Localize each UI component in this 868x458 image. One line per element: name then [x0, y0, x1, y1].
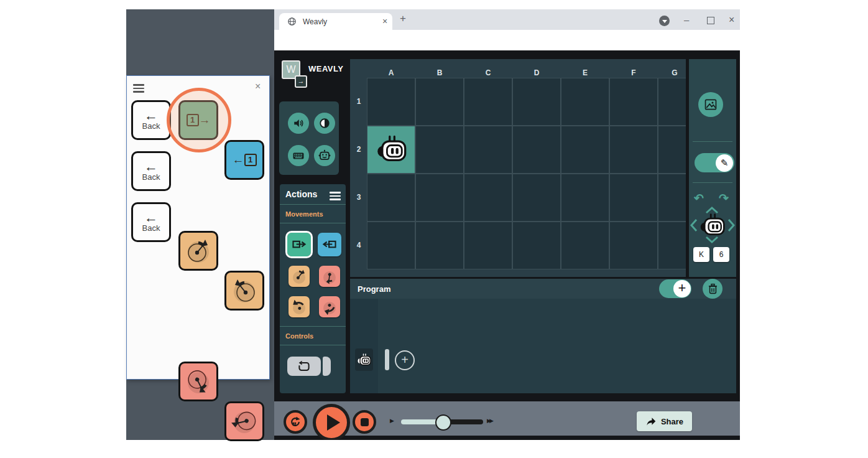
- turn-left90-icon: [291, 299, 307, 315]
- grid-cell[interactable]: [512, 174, 561, 222]
- robot-character-icon: [376, 135, 408, 164]
- speed-slider-thumb[interactable]: [435, 414, 451, 431]
- program-start-marker: [385, 349, 389, 370]
- delete-all-button[interactable]: [703, 279, 723, 299]
- character-key-k[interactable]: K: [693, 247, 709, 262]
- globe-favicon-icon: [288, 17, 296, 26]
- grid-cell[interactable]: [561, 126, 609, 174]
- flyout-close-icon[interactable]: ×: [255, 81, 261, 92]
- move-left-chevron[interactable]: [690, 218, 698, 232]
- keyboard-shortcuts-button[interactable]: [288, 145, 309, 166]
- tutorial-highlight-ring: [167, 88, 231, 152]
- grid-cell[interactable]: [367, 78, 415, 126]
- grid-cell[interactable]: [415, 78, 464, 126]
- back-arrow-icon: ←: [144, 161, 158, 172]
- turn-left45-option-button[interactable]: [178, 231, 218, 271]
- browser-update-icon[interactable]: [659, 16, 670, 26]
- share-button[interactable]: Share: [637, 411, 692, 431]
- grid-cell[interactable]: [464, 222, 512, 269]
- grid-cell[interactable]: [609, 126, 658, 174]
- backward1-option-button[interactable]: ← 1: [224, 140, 264, 180]
- share-icon: [645, 416, 657, 426]
- turn-right45-icon: [318, 265, 341, 287]
- back-arrow-icon: ←: [144, 212, 158, 223]
- robot-settings-button[interactable]: [314, 145, 335, 166]
- grid-col-header: D: [530, 68, 543, 77]
- grid-cell[interactable]: [415, 222, 464, 269]
- grid-cell[interactable]: [512, 222, 561, 269]
- turn-character-right-button[interactable]: ↷: [719, 191, 729, 205]
- grid-cell[interactable]: [609, 78, 658, 126]
- movement-turn-right45-button[interactable]: [319, 266, 340, 287]
- grid-cell[interactable]: [658, 78, 686, 126]
- window-maximize-button[interactable]: [707, 17, 714, 24]
- program-robot-button[interactable]: [355, 348, 373, 371]
- grid-cells: [367, 78, 686, 269]
- grid-row-header: 3: [353, 193, 364, 202]
- turn-right90-icon: [319, 296, 339, 317]
- add-action-pill[interactable]: +: [659, 279, 691, 298]
- grid-cell[interactable]: [561, 78, 609, 126]
- grid-cell[interactable]: [464, 126, 512, 174]
- new-tab-button[interactable]: +: [400, 12, 406, 25]
- back-button-row3[interactable]: ← Back: [131, 202, 171, 242]
- movement-forward1-button[interactable]: [287, 233, 311, 256]
- turn-right90-option-button[interactable]: [224, 401, 264, 441]
- movements-label: Movements: [285, 210, 323, 218]
- scene-background-button[interactable]: [698, 92, 723, 117]
- grid-cell[interactable]: [464, 78, 512, 126]
- program-sequence-area: +: [350, 299, 736, 393]
- movement-turn-right90-button[interactable]: [319, 296, 340, 317]
- window-close-button[interactable]: ×: [729, 14, 734, 26]
- draw-path-toggle[interactable]: ✎: [695, 153, 734, 172]
- movement-turn-left45-button[interactable]: [289, 266, 310, 287]
- movement-turn-left90-button[interactable]: [289, 296, 310, 317]
- grid-cell[interactable]: [512, 78, 561, 126]
- back-button-row1[interactable]: ← Back: [131, 100, 171, 140]
- grid-col-header: C: [482, 68, 494, 77]
- actions-menu-icon[interactable]: [330, 190, 341, 202]
- refresh-scene-button[interactable]: [284, 410, 307, 434]
- control-loop-button[interactable]: [287, 357, 321, 376]
- play-button[interactable]: [313, 404, 350, 440]
- contrast-theme-button[interactable]: [314, 113, 335, 134]
- character-key-6[interactable]: 6: [713, 247, 729, 262]
- grid-cell[interactable]: [367, 222, 415, 269]
- grid-cell[interactable]: [561, 222, 609, 269]
- back-label: Back: [142, 121, 160, 131]
- move-right-chevron[interactable]: [727, 218, 735, 232]
- grid-cell[interactable]: [367, 174, 415, 222]
- grid-cell[interactable]: [609, 174, 658, 222]
- browser-tab-strip: Weavly × + – ×: [274, 9, 740, 30]
- turn-character-left-button[interactable]: ↶: [694, 191, 704, 205]
- divider: [693, 182, 732, 183]
- add-step-button[interactable]: +: [395, 350, 415, 370]
- window-minimize-button[interactable]: –: [684, 14, 689, 25]
- grid-cell[interactable]: [658, 126, 686, 174]
- tab-close-icon[interactable]: ×: [382, 16, 387, 26]
- grid-cell[interactable]: [464, 174, 512, 222]
- grid-cell[interactable]: [415, 126, 464, 174]
- turn-right45-option-button[interactable]: [224, 271, 264, 311]
- back-button-row2[interactable]: ← Back: [131, 151, 171, 191]
- control-loop-end-piece[interactable]: [323, 357, 331, 376]
- share-label: Share: [661, 417, 683, 426]
- browser-tab[interactable]: Weavly ×: [279, 13, 392, 30]
- add-action-plus-icon[interactable]: +: [673, 280, 691, 297]
- grid-col-header: E: [579, 68, 591, 77]
- grid-cell[interactable]: [561, 174, 609, 222]
- playback-bar: ▶ ▶▶ Share: [274, 401, 740, 436]
- grid-cell[interactable]: [658, 174, 686, 222]
- grid-col-header: F: [627, 68, 640, 77]
- weavly-logo-text: WEAVLY: [308, 64, 343, 73]
- movement-backward1-button[interactable]: [318, 233, 341, 256]
- flyout-menu-icon[interactable]: [133, 82, 144, 95]
- audio-feedback-button[interactable]: [288, 113, 309, 134]
- grid-cell[interactable]: [609, 222, 658, 269]
- grid-cell[interactable]: [415, 174, 464, 222]
- grid-cell[interactable]: [512, 126, 561, 174]
- turn-left90-option-button[interactable]: [178, 362, 218, 401]
- grid-cell-robot[interactable]: [367, 126, 415, 174]
- stop-button[interactable]: [353, 410, 376, 434]
- grid-cell[interactable]: [658, 222, 686, 269]
